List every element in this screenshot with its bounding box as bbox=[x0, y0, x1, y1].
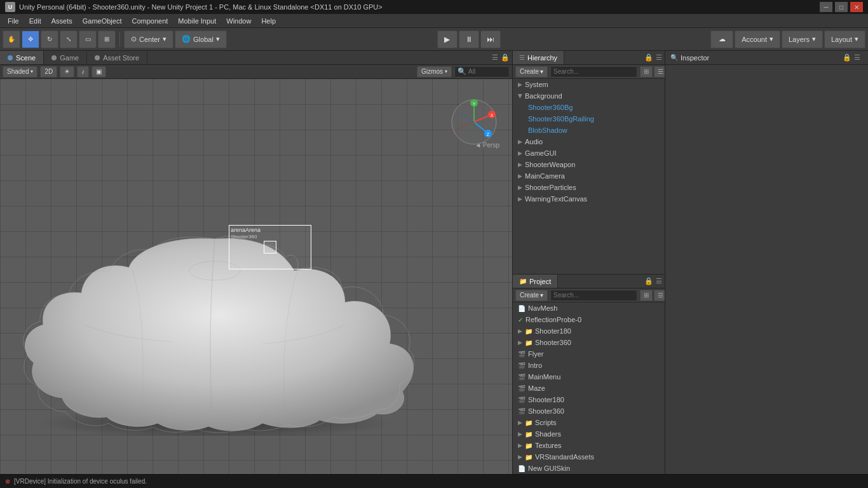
list-item[interactable]: ▶ ShooterParticles bbox=[513, 182, 665, 193]
close-button[interactable]: ✕ bbox=[850, 2, 863, 12]
list-item[interactable]: ▶ Audio bbox=[513, 136, 665, 147]
list-item[interactable]: Shooter360BgRailing bbox=[513, 113, 665, 125]
menu-assets[interactable]: Assets bbox=[46, 16, 78, 26]
gizmos-button[interactable]: Gizmos ▾ bbox=[417, 66, 452, 78]
scene-icon: 🎬 bbox=[518, 362, 526, 369]
effects-toggle[interactable]: ▣ bbox=[92, 66, 106, 78]
tab-asset-store[interactable]: Asset Store bbox=[87, 51, 147, 64]
menu-gameobject[interactable]: GameObject bbox=[78, 16, 127, 26]
maximize-button[interactable]: □ bbox=[835, 2, 848, 12]
project-create-button[interactable]: Create ▾ bbox=[515, 290, 548, 301]
list-item[interactable]: ▶ ShooterWeapon bbox=[513, 159, 665, 170]
list-item[interactable]: Shooter360Bg bbox=[513, 102, 665, 113]
svg-text:Y: Y bbox=[473, 102, 476, 106]
menu-component[interactable]: Component bbox=[126, 16, 173, 26]
tab-scene[interactable]: Scene bbox=[0, 51, 44, 64]
list-item[interactable]: ✓ ReflectionProbe-0 bbox=[513, 314, 665, 325]
proj-item-label: Textures bbox=[535, 442, 562, 449]
list-item[interactable]: ▶ 📁 VRStandardAssets bbox=[513, 451, 665, 463]
rotate-tool-button[interactable]: ↻ bbox=[41, 30, 58, 48]
shading-dropdown[interactable]: Shaded ▾ bbox=[3, 66, 37, 78]
list-item[interactable]: 🎬 Intro bbox=[513, 360, 665, 371]
hierarchy-sort-button[interactable]: ⊞ bbox=[640, 66, 653, 78]
list-item[interactable]: ▶ 📁 Shooter180 bbox=[513, 325, 665, 337]
list-item[interactable]: 🎬 Shooter180 bbox=[513, 394, 665, 405]
effects-icon: ▣ bbox=[96, 68, 102, 75]
layers-button[interactable]: Layers ▾ bbox=[782, 30, 823, 48]
hand-tool-button[interactable]: ✋ bbox=[3, 30, 20, 48]
scene-search: 🔍 bbox=[454, 66, 510, 78]
list-item[interactable]: 🎬 Flyer bbox=[513, 348, 665, 360]
scene-tabs: Scene Game Asset Store ☰ 🔒 bbox=[0, 51, 512, 65]
hierarchy-lock-icon[interactable]: 🔒 bbox=[644, 53, 653, 62]
layout-button[interactable]: Layout ▾ bbox=[824, 30, 865, 48]
move-tool-button[interactable]: ✥ bbox=[22, 30, 39, 48]
hierarchy-create-button[interactable]: Create ▾ bbox=[515, 66, 548, 78]
tab-game[interactable]: Game bbox=[44, 51, 87, 64]
project-tab-label: Project bbox=[529, 278, 551, 285]
project-sort-button[interactable]: ⊞ bbox=[640, 290, 653, 301]
list-item[interactable]: 🎬 MainMenu bbox=[513, 371, 665, 383]
scene-icon: 🎬 bbox=[518, 408, 526, 415]
list-item[interactable]: ▶ Background bbox=[513, 90, 665, 102]
menu-file[interactable]: File bbox=[3, 16, 24, 26]
scale-tool-button[interactable]: ⤡ bbox=[60, 30, 78, 48]
folder-icon: 📁 bbox=[525, 419, 532, 426]
transform-handle[interactable] bbox=[264, 241, 276, 254]
account-button[interactable]: Account ▾ bbox=[735, 30, 780, 48]
list-item[interactable]: ▶ System bbox=[513, 79, 665, 90]
2d-toggle[interactable]: 2D bbox=[40, 66, 57, 78]
pause-button[interactable]: ⏸ bbox=[459, 30, 479, 48]
project-search-input[interactable] bbox=[550, 290, 637, 301]
list-item[interactable]: ▶ 📁 Textures bbox=[513, 440, 665, 451]
arrow-icon: ▶ bbox=[518, 339, 522, 346]
arrow-icon: ▶ bbox=[518, 431, 522, 437]
list-item[interactable]: 📄 NavMesh bbox=[513, 302, 665, 314]
center-button[interactable]: ⊙ Center ▾ bbox=[124, 30, 173, 48]
list-item[interactable]: BlobShadow bbox=[513, 125, 665, 136]
list-item[interactable]: ▶ 📁 Scripts bbox=[513, 417, 665, 428]
proj-item-label: Intro bbox=[528, 362, 542, 369]
project-lock-icon[interactable]: 🔒 bbox=[644, 277, 653, 285]
hierarchy-search-input[interactable] bbox=[550, 66, 637, 78]
list-item[interactable]: 🎬 Shooter360 bbox=[513, 405, 665, 417]
scene-blob bbox=[8, 233, 421, 436]
project-menu-icon[interactable]: ☰ bbox=[656, 277, 662, 285]
inspector-menu-icon[interactable]: ☰ bbox=[854, 53, 860, 62]
cloud-button[interactable]: ☁ bbox=[710, 30, 733, 48]
menu-mobile-input[interactable]: Mobile Input bbox=[173, 16, 221, 26]
scene-panel-lock[interactable]: 🔒 bbox=[501, 53, 510, 62]
scene-area: Scene Game Asset Store ☰ 🔒 Shaded ▾ 2D bbox=[0, 51, 512, 474]
list-item[interactable]: ▶ 📁 Shaders bbox=[513, 428, 665, 440]
step-button[interactable]: ⏭ bbox=[480, 30, 501, 48]
list-item[interactable]: ▶ GameGUI bbox=[513, 147, 665, 159]
audio-toggle[interactable]: ♪ bbox=[77, 66, 89, 78]
list-item[interactable]: ▶ MainCamera bbox=[513, 170, 665, 182]
hierarchy-tab-end: 🔒 ☰ bbox=[564, 51, 665, 64]
menu-help[interactable]: Help bbox=[256, 16, 281, 26]
scene-viewport[interactable]: arenaArenaShooter360 Y X bbox=[0, 79, 512, 474]
menu-window[interactable]: Window bbox=[221, 16, 256, 26]
inspector-lock-icon[interactable]: 🔒 bbox=[843, 53, 851, 62]
list-item[interactable]: ▶ WarningTextCanvas bbox=[513, 193, 665, 205]
list-item[interactable]: 🎬 Maze bbox=[513, 383, 665, 394]
project-tab-end: 🔒 ☰ bbox=[558, 274, 665, 288]
transform-tool-button[interactable]: ⊞ bbox=[98, 30, 116, 48]
guiskin-icon: 📄 bbox=[518, 465, 526, 472]
selection-label: arenaArenaShooter360 bbox=[229, 226, 311, 241]
scene-panel-menu[interactable]: ☰ bbox=[492, 53, 498, 62]
svg-text:Z: Z bbox=[487, 132, 490, 137]
minimize-button[interactable]: ─ bbox=[820, 2, 832, 12]
hier-item-label: Audio bbox=[525, 138, 543, 146]
rect-tool-button[interactable]: ▭ bbox=[79, 30, 97, 48]
list-item[interactable]: 📄 New GUISkin bbox=[513, 463, 665, 474]
menu-edit[interactable]: Edit bbox=[24, 16, 46, 26]
lighting-toggle[interactable]: ☀ bbox=[60, 66, 74, 78]
tab-project[interactable]: 📁 Project bbox=[513, 274, 558, 288]
tab-hierarchy[interactable]: ☰ Hierarchy bbox=[513, 51, 564, 64]
list-item[interactable]: ▶ 📁 Shooter360 bbox=[513, 337, 665, 348]
global-button[interactable]: 🌐 Global ▾ bbox=[175, 30, 227, 48]
hierarchy-menu-icon[interactable]: ☰ bbox=[656, 53, 662, 62]
play-button[interactable]: ▶ bbox=[437, 30, 458, 48]
scene-search-input[interactable] bbox=[468, 68, 506, 75]
